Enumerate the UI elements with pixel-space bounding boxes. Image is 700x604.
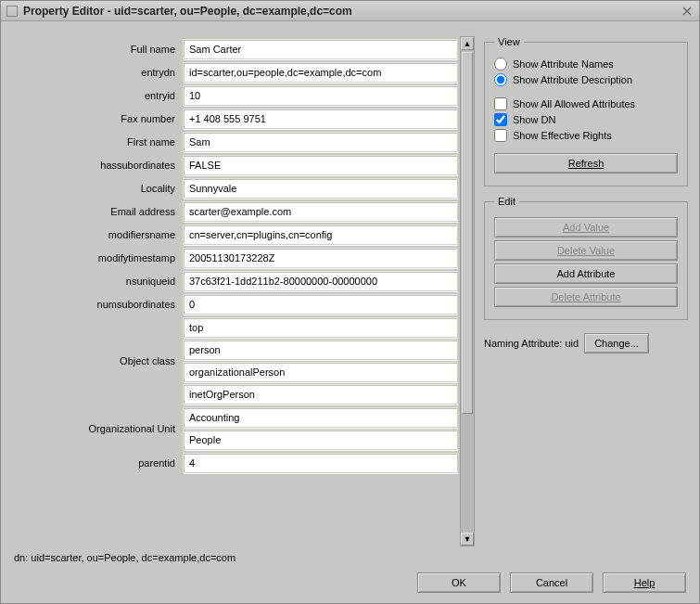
label-orgunit: Organizational Unit — [12, 407, 183, 450]
label-fax: Fax number — [12, 109, 183, 129]
close-icon[interactable] — [681, 5, 694, 18]
row-first-name: First name — [12, 132, 458, 152]
naming-attribute-row: Naming Attribute: uid Change... — [484, 333, 688, 353]
row-parentid: parentid — [12, 453, 458, 473]
row-email: Email address — [12, 201, 458, 222]
row-full-name: Full name — [12, 39, 458, 59]
view-group: View Show Attribute Names Show Attribute… — [484, 36, 688, 186]
radio-show-attr-desc[interactable] — [494, 73, 507, 86]
input-objectclass-3[interactable] — [183, 384, 458, 405]
scroll-up-icon[interactable]: ▲ — [461, 37, 474, 50]
input-full-name[interactable] — [183, 39, 458, 59]
input-objectclass-1[interactable] — [183, 340, 458, 360]
add-attribute-button[interactable]: Add Attribute — [494, 263, 678, 284]
label-numsubordinates: numsubordinates — [12, 294, 183, 315]
property-table-pane: Full name entrydn entryid Fax numbe — [12, 36, 475, 546]
delete-value-button[interactable]: Delete Value — [494, 240, 678, 261]
input-parentid[interactable] — [183, 453, 458, 473]
input-orgunit-0[interactable] — [183, 407, 458, 428]
input-nsuniqueid[interactable] — [183, 271, 458, 291]
radio-show-attr-names[interactable] — [494, 58, 507, 71]
change-button[interactable]: Change... — [584, 333, 649, 353]
right-pane: View Show Attribute Names Show Attribute… — [484, 36, 688, 546]
scroll-thumb[interactable] — [462, 52, 473, 414]
scroll-down-icon[interactable]: ▼ — [461, 533, 474, 546]
label-show-dn: Show DN — [513, 114, 555, 125]
input-orgunit-group — [183, 407, 458, 450]
label-first-name: First name — [12, 132, 183, 152]
label-hassubordinates: hassubordinates — [12, 155, 183, 175]
row-numsubordinates: numsubordinates — [12, 294, 458, 315]
input-first-name[interactable] — [183, 132, 458, 152]
scrollbar[interactable]: ▲ ▼ — [460, 36, 475, 546]
help-button[interactable]: Help — [603, 572, 686, 593]
check-show-dn[interactable] — [494, 113, 507, 126]
row-modifytimestamp: modifytimestamp — [12, 248, 458, 268]
edit-legend: Edit — [494, 196, 519, 207]
label-show-attr-names: Show Attribute Names — [513, 58, 614, 70]
delete-attribute-button[interactable]: Delete Attribute — [494, 287, 678, 307]
naming-attribute-label: Naming Attribute: uid — [484, 338, 579, 349]
row-modifiersname: modifiersname — [12, 225, 458, 245]
cancel-button[interactable]: Cancel — [510, 572, 593, 593]
edit-group: Edit Add Value Delete Value Add Attribut… — [484, 196, 688, 320]
input-entrydn[interactable] — [183, 62, 458, 83]
input-hassubordinates[interactable] — [183, 155, 458, 175]
input-locality[interactable] — [183, 178, 458, 199]
label-email: Email address — [12, 201, 183, 222]
window: Property Editor - uid=scarter, ou=People… — [0, 0, 700, 604]
refresh-button[interactable]: Refresh — [494, 153, 678, 173]
check-effective-rights[interactable] — [494, 129, 507, 142]
input-numsubordinates[interactable] — [183, 294, 458, 315]
input-entryid[interactable] — [183, 85, 458, 106]
input-modifytimestamp[interactable] — [183, 248, 458, 268]
property-table: Full name entrydn entryid Fax numbe — [12, 36, 458, 476]
input-objectclass-0[interactable] — [183, 317, 458, 338]
label-objectclass: Object class — [12, 317, 183, 405]
row-entrydn: entrydn — [12, 62, 458, 83]
label-modifiersname: modifiersname — [12, 225, 183, 245]
add-value-button[interactable]: Add Value — [494, 217, 678, 238]
dn-line: dn: uid=scarter, ou=People, dc=example,d… — [1, 550, 699, 563]
footer: OK Cancel Help — [1, 563, 699, 602]
label-nsuniqueid: nsuniqueid — [12, 271, 183, 291]
ok-button[interactable]: OK — [417, 572, 501, 593]
input-orgunit-1[interactable] — [183, 430, 458, 450]
row-fax: Fax number — [12, 109, 458, 129]
input-fax[interactable] — [183, 109, 458, 129]
window-title: Property Editor - uid=scarter, ou=People… — [23, 5, 675, 18]
label-entrydn: entrydn — [12, 62, 183, 83]
row-hassubordinates: hassubordinates — [12, 155, 458, 175]
input-objectclass-group — [183, 317, 458, 405]
label-parentid: parentid — [12, 453, 183, 473]
label-all-allowed: Show All Allowed Attributes — [513, 98, 635, 109]
input-modifiersname[interactable] — [183, 225, 458, 245]
row-nsuniqueid: nsuniqueid — [12, 271, 458, 291]
input-objectclass-2[interactable] — [183, 362, 458, 382]
label-show-attr-desc: Show Attribute Description — [513, 74, 632, 85]
titlebar: Property Editor - uid=scarter, ou=People… — [1, 1, 699, 21]
label-full-name: Full name — [12, 39, 183, 59]
input-email[interactable] — [183, 201, 458, 222]
label-locality: Locality — [12, 178, 183, 199]
row-objectclass: Object class — [12, 317, 458, 405]
label-effective-rights: Show Effective Rights — [513, 130, 612, 141]
check-all-allowed[interactable] — [494, 97, 507, 110]
row-entryid: entryid — [12, 85, 458, 106]
row-locality: Locality — [12, 178, 458, 199]
window-menu-icon[interactable] — [6, 6, 18, 17]
label-entryid: entryid — [12, 85, 183, 106]
row-orgunit: Organizational Unit — [12, 407, 458, 450]
label-modifytimestamp: modifytimestamp — [12, 248, 183, 268]
view-legend: View — [494, 36, 524, 47]
